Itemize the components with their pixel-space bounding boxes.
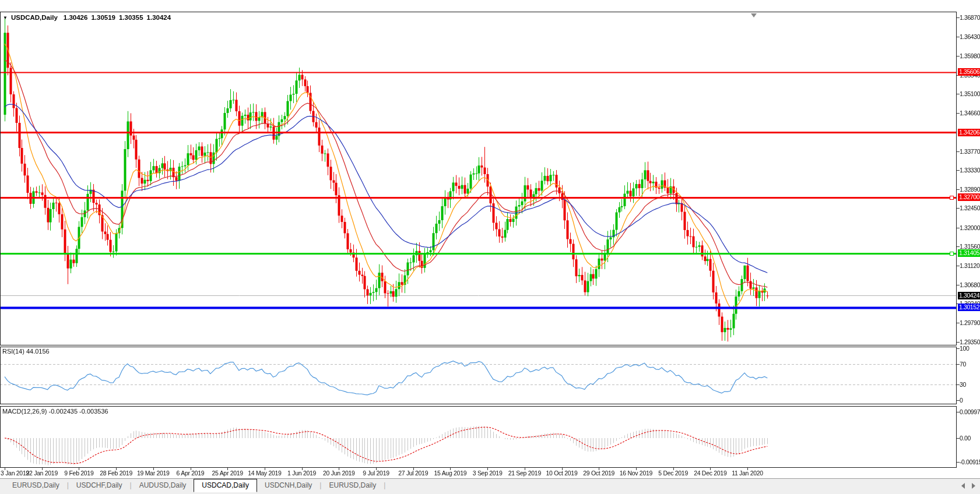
date-axis-label: 9 Jul 2019 [363,470,389,477]
tab-scroll-right-icon[interactable] [972,483,975,489]
date-axis-label: 11 Jan 2020 [732,470,763,477]
chart-tab-USDCNH-Daily[interactable]: USDCNH,Daily [257,480,319,491]
macd-axis-tick: -0.00915 [960,458,980,465]
tab-divider: | [384,480,385,491]
collapse-chart-icon[interactable]: ▼ [3,15,8,20]
rsi-axis-tick: 100 [960,345,969,352]
date-axis-label: 19 Mar 2019 [137,470,170,477]
date-axis-label: 14 May 2019 [248,470,281,477]
price-axis-tick: 1.36870 [960,14,980,21]
chart-tab-EURUSD-Daily[interactable]: EURUSD,Daily [321,480,384,491]
date-axis-label: 3 Jan 2019 [1,470,29,477]
price-level-label: 1.30152 [958,304,980,311]
chart-tab-AUDUSD-Daily[interactable]: AUDUSD,Daily [132,480,194,491]
rsi-axis-tick: 30 [960,381,966,388]
price-axis-tick: 1.35980 [960,52,980,59]
date-axis-label: 10 Oct 2019 [546,470,578,477]
date-axis-label: 20 Jun 2019 [323,470,355,477]
chart-tab-EURUSD-Daily[interactable]: EURUSD,Daily [5,480,67,491]
price-axis-tick: 1.31120 [960,262,979,269]
date-axis-label: 25 Apr 2019 [212,470,243,477]
price-axis-tick: 1.35100 [960,90,980,97]
price-axis-tick: 1.29790 [960,319,980,326]
price-level-label: 1.34206 [958,129,980,136]
date-axis-label: 16 Nov 2019 [620,470,652,477]
date-axis-label: 24 Dec 2019 [694,470,726,477]
chart-tab-USDCHF-Daily[interactable]: USDCHF,Daily [69,480,130,491]
price-level-label: 1.31405 [958,249,980,257]
quote-high: 1.30519 [91,14,115,21]
date-axis-label: 9 Feb 2019 [64,470,93,477]
rsi-axis-tick: 70 [960,361,966,368]
date-axis-label: 3 Sep 2019 [473,470,503,477]
price-chart-canvas[interactable] [0,0,980,494]
chart-title: ▼ USDCAD,Daily 1.30426 1.30519 1.30355 1… [3,14,171,21]
date-axis-label: 22 Jan 2019 [26,470,58,477]
quote-open: 1.30426 [64,14,88,21]
mt4-terminal: { "toolbar": { "text_tool_label": "T", "… [0,0,980,494]
quote-low: 1.30355 [119,14,143,21]
rsi-axis-tick: 0 [960,397,963,404]
date-axis-label: 15 Aug 2019 [434,470,467,477]
macd-axis-tick: 0.00 [960,435,971,442]
date-axis-label: 21 Sep 2019 [508,470,541,477]
price-level-label: 1.35606 [958,68,980,76]
price-axis-tick: 1.34660 [960,110,980,117]
macd-axis-tick: 0.009975 [960,408,980,415]
price-axis-tick: 1.32450 [960,204,980,211]
chart-symbol-period: USDCAD,Daily [11,14,58,21]
price-level-label: 1.32700 [958,193,980,201]
chart-tab-USDCAD-Daily[interactable]: USDCAD,Daily [194,479,257,492]
date-axis-label: 5 Dec 2019 [658,470,688,477]
price-axis-tick: 1.33770 [960,148,980,155]
tab-scroll-left-icon[interactable] [961,483,965,489]
date-axis-label: 28 Feb 2019 [100,470,132,477]
current-price-label: 1.30424 [958,292,980,299]
chart-tab-bar: EURUSD,Daily|USDCHF,Daily|AUDUSD,DailyUS… [0,478,980,494]
price-axis-tick: 1.36430 [960,33,980,40]
price-axis-tick: 1.32000 [960,224,980,231]
quote-close: 1.30424 [147,14,171,21]
price-axis-tick: 1.30680 [960,281,980,288]
date-axis-label: 29 Oct 2019 [583,470,614,477]
date-axis-label: 27 Jul 2019 [398,470,428,477]
rsi-indicator-label: RSI(14) 44.0156 [2,348,50,355]
macd-indicator-label: MACD(12,26,9) -0.002435 -0.003536 [2,408,108,415]
date-axis-label: 1 Jun 2019 [287,470,316,477]
price-axis-tick: 1.33330 [960,167,980,174]
date-axis-label: 6 Apr 2019 [177,470,205,477]
price-axis-tick: 1.32890 [960,186,980,193]
